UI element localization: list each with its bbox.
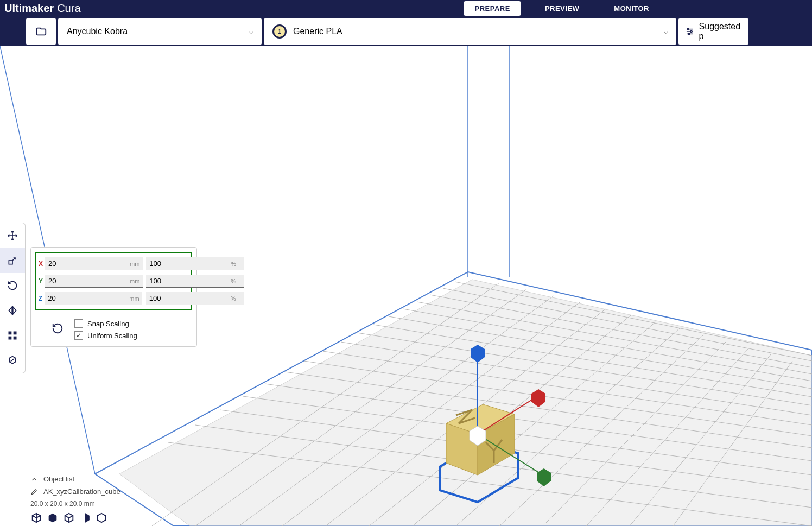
- scale-row-x: X mm %: [39, 255, 189, 272]
- snap-scaling-option[interactable]: Snap Scaling: [74, 319, 137, 328]
- extruder-badge: 1: [272, 24, 287, 39]
- object-list-item[interactable]: AK_xyzCalibration_cube: [30, 485, 120, 498]
- view-cube-1-icon[interactable]: [30, 512, 42, 524]
- svg-point-4: [690, 30, 692, 32]
- transform-toolbar: [0, 223, 26, 373]
- scale-panel: X mm % Y mm % Z mm %: [30, 247, 197, 347]
- scale-row-z: Z mm %: [39, 290, 189, 307]
- move-tool[interactable]: [0, 223, 25, 248]
- svg-rect-56: [9, 337, 12, 340]
- pencil-icon: [30, 488, 38, 496]
- material-dropdown[interactable]: 1 Generic PLA ⌵: [264, 18, 676, 45]
- object-info-panel: Object list AK_xyzCalibration_cube 20.0 …: [30, 473, 120, 510]
- object-dimensions: 20.0 x 20.0 x 20.0 mm: [30, 498, 120, 510]
- material-name: Generic PLA: [293, 27, 342, 36]
- view-cube-4-icon[interactable]: [79, 512, 91, 524]
- svg-rect-55: [14, 332, 17, 335]
- mirror-tool[interactable]: [0, 298, 25, 323]
- svg-rect-57: [14, 337, 17, 340]
- stage-tabs: PREPARE PREVIEW MONITOR: [464, 1, 660, 16]
- svg-point-3: [687, 28, 689, 30]
- scale-x-percent-input[interactable]: [146, 257, 244, 270]
- brand-name: Ultimaker: [4, 2, 54, 15]
- object-list-label: Object list: [43, 475, 74, 483]
- scale-y-mm-input[interactable]: [45, 275, 143, 288]
- unit-pct: %: [231, 295, 236, 302]
- scale-tool[interactable]: [0, 248, 25, 273]
- scale-z-mm-input[interactable]: [45, 292, 142, 305]
- view-cube-2-icon[interactable]: [47, 512, 59, 524]
- svg-rect-54: [9, 332, 12, 335]
- unit-mm: mm: [129, 295, 139, 302]
- viewport-3d[interactable]: X mm % Y mm % Z mm %: [0, 46, 812, 526]
- build-plate-grid: [119, 280, 812, 526]
- chevron-down-icon: ⌵: [664, 28, 668, 35]
- scale-inputs-group: X mm % Y mm % Z mm %: [35, 252, 192, 310]
- unit-mm: mm: [130, 278, 139, 284]
- snap-scaling-checkbox[interactable]: [74, 319, 83, 328]
- svg-rect-52: [9, 261, 12, 264]
- uniform-scaling-checkbox[interactable]: [74, 331, 83, 340]
- snap-scaling-label: Snap Scaling: [87, 320, 129, 328]
- reset-icon: [52, 322, 64, 334]
- axis-x-label: X: [39, 260, 43, 268]
- open-file-button[interactable]: [26, 18, 56, 45]
- scale-x-mm-input[interactable]: [45, 257, 143, 270]
- per-model-settings-tool[interactable]: [0, 323, 25, 348]
- reset-scale-button[interactable]: [52, 322, 64, 337]
- main-toolbar: Anycubic Kobra ⌵ 1 Generic PLA ⌵ Suggest…: [0, 16, 812, 46]
- chevron-up-icon: [30, 476, 38, 483]
- profile-label: Suggested p: [699, 22, 742, 41]
- svg-marker-10: [119, 280, 812, 526]
- tab-prepare[interactable]: PREPARE: [464, 1, 521, 16]
- tab-preview[interactable]: PREVIEW: [534, 1, 590, 16]
- svg-point-5: [688, 33, 690, 34]
- object-list-toggle[interactable]: Object list: [30, 473, 120, 485]
- rotate-tool[interactable]: [0, 273, 25, 298]
- print-settings-dropdown[interactable]: Suggested p: [678, 18, 748, 45]
- tab-monitor[interactable]: MONITOR: [603, 1, 660, 16]
- product-name: Cura: [57, 2, 80, 15]
- support-blocker-tool[interactable]: [0, 348, 25, 373]
- unit-pct: %: [231, 278, 236, 284]
- folder-icon: [35, 26, 47, 37]
- chevron-down-icon: ⌵: [249, 28, 253, 35]
- printer-name: Anycubic Kobra: [67, 27, 128, 36]
- app-logo: Ultimaker Cura: [0, 2, 81, 15]
- unit-pct: %: [231, 261, 236, 267]
- scale-options: Snap Scaling Uniform Scaling: [35, 315, 192, 342]
- printer-dropdown[interactable]: Anycubic Kobra ⌵: [58, 18, 262, 45]
- axis-z-label: Z: [39, 295, 42, 302]
- object-name: AK_xyzCalibration_cube: [43, 487, 120, 496]
- sliders-icon: [685, 26, 695, 37]
- view-cube-3-icon[interactable]: [63, 512, 75, 524]
- view-cube-5-icon[interactable]: [96, 512, 107, 524]
- scale-row-y: Y mm %: [39, 272, 189, 290]
- scale-z-percent-input[interactable]: [146, 292, 244, 305]
- axis-y-label: Y: [39, 277, 43, 285]
- unit-mm: mm: [130, 261, 139, 267]
- scale-y-percent-input[interactable]: [146, 275, 244, 288]
- view-icons-row: [30, 512, 107, 524]
- uniform-scaling-option[interactable]: Uniform Scaling: [74, 331, 137, 340]
- uniform-scaling-label: Uniform Scaling: [87, 332, 137, 340]
- app-header: Ultimaker Cura PREPARE PREVIEW MONITOR: [0, 0, 812, 16]
